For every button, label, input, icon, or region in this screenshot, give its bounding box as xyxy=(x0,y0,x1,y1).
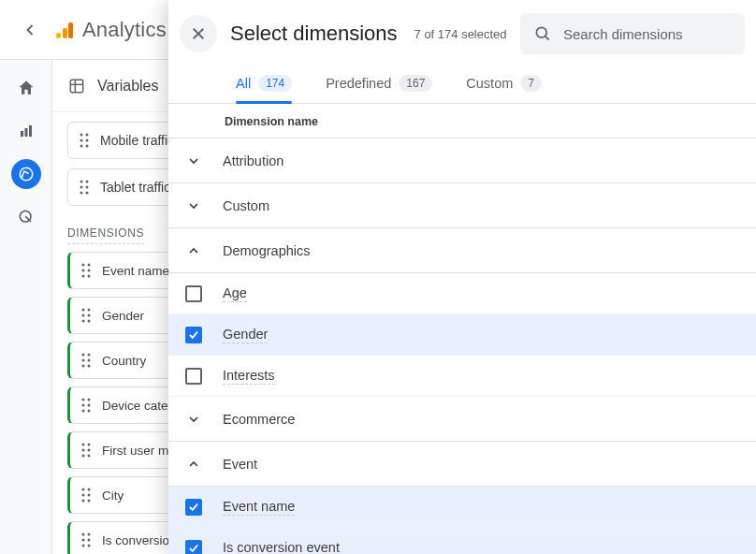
tab-all[interactable]: All 174 xyxy=(236,75,292,103)
group-label: Ecommerce xyxy=(223,412,295,427)
search-box[interactable] xyxy=(520,13,745,54)
chevron-down-icon xyxy=(185,198,202,213)
dialog-subtitle: 7 of 174 selected xyxy=(414,27,507,41)
dimension-item-is-conversion[interactable]: Is conversion event xyxy=(168,528,756,554)
tab-custom[interactable]: Custom 7 xyxy=(466,75,542,103)
tab-count-badge: 7 xyxy=(520,75,542,92)
group-ecommerce[interactable]: Ecommerce xyxy=(168,397,756,442)
dimension-item-interests[interactable]: Interests xyxy=(168,356,756,397)
chevron-up-icon xyxy=(185,457,202,472)
dialog-tabs: All 174 Predefined 167 Custom 7 xyxy=(168,75,756,104)
dimension-item-label: Is conversion event xyxy=(223,540,340,555)
chevron-down-icon xyxy=(185,153,202,168)
dimension-item-label: Event name xyxy=(223,499,295,516)
checkbox[interactable] xyxy=(185,368,202,385)
search-input[interactable] xyxy=(563,26,732,42)
group-label: Custom xyxy=(223,198,269,213)
check-icon xyxy=(187,501,200,514)
group-label: Attribution xyxy=(223,153,284,168)
tab-label: Custom xyxy=(466,76,513,91)
group-event[interactable]: Event xyxy=(168,442,756,487)
chevron-up-icon xyxy=(185,243,202,258)
checkbox[interactable] xyxy=(185,327,202,343)
group-attribution[interactable]: Attribution xyxy=(168,138,756,183)
close-icon xyxy=(190,25,207,42)
checkbox[interactable] xyxy=(185,540,202,555)
search-icon xyxy=(533,24,552,43)
check-icon xyxy=(187,328,200,342)
group-custom[interactable]: Custom xyxy=(168,183,756,228)
group-demographics[interactable]: Demographics xyxy=(168,228,756,273)
dialog-title: Select dimensions xyxy=(230,22,398,46)
checkbox[interactable] xyxy=(185,499,202,516)
tab-predefined[interactable]: Predefined 167 xyxy=(326,75,432,103)
dimension-item-gender[interactable]: Gender xyxy=(168,314,756,356)
list-header: Dimension name xyxy=(168,104,756,138)
dialog-header: Select dimensions 7 of 174 selected xyxy=(168,0,756,54)
dimension-item-label: Interests xyxy=(223,368,275,385)
svg-point-62 xyxy=(536,27,546,37)
tab-count-badge: 167 xyxy=(399,75,432,92)
checkbox[interactable] xyxy=(185,285,202,302)
dimension-item-age[interactable]: Age xyxy=(168,273,756,314)
tab-count-badge: 174 xyxy=(258,75,292,92)
dimension-item-event-name[interactable]: Event name xyxy=(168,487,756,528)
chevron-down-icon xyxy=(185,412,202,427)
tab-label: Predefined xyxy=(326,76,391,91)
close-button[interactable] xyxy=(180,15,217,52)
dimension-item-label: Gender xyxy=(223,327,268,343)
group-label: Event xyxy=(223,457,257,472)
group-label: Demographics xyxy=(223,243,311,258)
dimension-item-label: Age xyxy=(223,285,247,302)
check-icon xyxy=(187,542,200,555)
tab-label: All xyxy=(236,76,251,91)
select-dimensions-dialog: Select dimensions 7 of 174 selected All … xyxy=(168,0,756,554)
